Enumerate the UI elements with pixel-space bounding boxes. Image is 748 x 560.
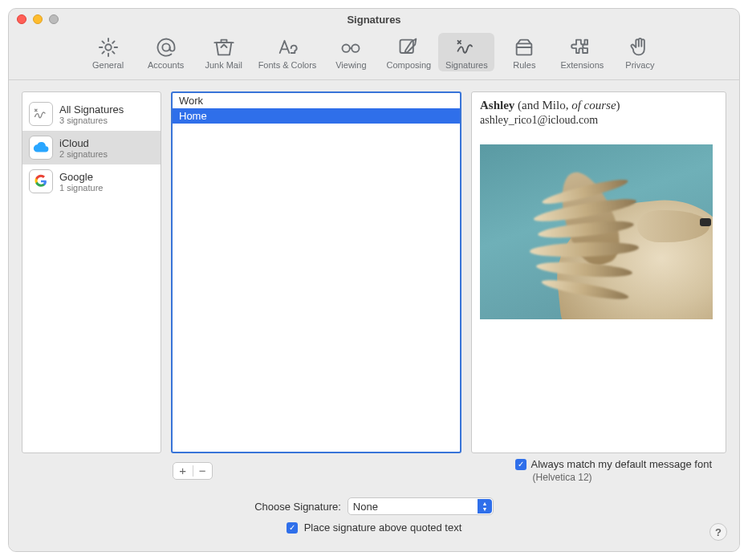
account-name: Google [59,171,103,183]
gear-icon [97,36,120,59]
titlebar: Signatures [9,9,739,30]
account-sub: 2 signatures [59,149,108,159]
toolbar-tab-label: Fonts & Colors [258,60,317,70]
account-item[interactable]: Google1 signature [22,164,161,198]
account-item[interactable]: All Signatures3 signatures [22,97,161,131]
signature-preview[interactable]: Ashley (and Milo, of course) ashley_rico… [471,91,726,453]
fonts-icon [276,36,299,59]
toolbar-tab-viewing[interactable]: Viewing [323,33,379,71]
hand-icon [628,36,651,59]
toolbar-tab-label: Extensions [560,60,604,70]
choose-signature-value: None [353,501,378,513]
signature-icon [455,36,478,59]
add-remove-control: + − [173,462,213,480]
toolbar-tab-general[interactable]: General [80,33,136,71]
signatures-list[interactable]: WorkHome [171,91,461,453]
toolbar-tab-label: Rules [513,60,535,70]
google-icon [29,169,53,193]
toolbar-tab-label: Privacy [625,60,654,70]
toolbar-tab-junk[interactable]: Junk Mail [196,33,252,71]
account-name: All Signatures [59,103,124,116]
svg-point-0 [105,44,111,50]
signature-icon [29,102,53,126]
preferences-window: Signatures GeneralAccountsJunk MailFonts… [8,8,740,552]
toolbar-tab-privacy[interactable]: Privacy [612,33,668,71]
account-name: iCloud [59,137,108,149]
account-sub: 1 signature [59,183,103,193]
account-item[interactable]: iCloud2 signatures [22,131,161,164]
toolbar-tab-label: Accounts [148,60,184,70]
puzzle-icon [571,36,593,59]
svg-point-3 [352,45,360,52]
match-font-group: ✓ Always match my default message font (… [515,458,712,483]
rules-icon [513,36,535,59]
choose-signature-select[interactable]: None ▲▼ [348,497,494,515]
content-area: All Signatures3 signaturesiCloud2 signat… [9,80,739,551]
toolbar-tab-signatures[interactable]: Signatures [438,33,494,71]
signature-list-item[interactable]: Home [173,108,460,124]
list-controls-row: + − ✓ Always match my default message fo… [173,458,726,483]
window-title: Signatures [9,14,739,26]
bin-icon [213,36,235,59]
glasses-icon [339,36,362,59]
accounts-list[interactable]: All Signatures3 signaturesiCloud2 signat… [22,91,161,453]
signature-image [480,144,713,319]
signature-name-bold: Ashley [480,99,514,112]
match-font-checkbox[interactable]: ✓ [515,459,526,470]
svg-point-2 [343,45,350,52]
toolbar-tab-label: Junk Mail [205,60,242,70]
select-arrows-icon: ▲▼ [478,499,492,513]
toolbar-tab-label: General [92,60,124,70]
font-note: (Helvetica 12) [533,472,712,483]
toolbar-tab-label: Signatures [445,60,488,70]
toolbar-tab-accounts[interactable]: Accounts [138,33,194,71]
preferences-toolbar: GeneralAccountsJunk MailFonts & ColorsVi… [9,30,739,80]
svg-point-1 [162,43,169,51]
toolbar-tab-rules[interactable]: Rules [496,33,552,71]
toolbar-tab-label: Viewing [335,60,366,70]
compose-icon [397,36,420,59]
bottom-controls: Choose Signature: None ▲▼ ✓ Place signat… [22,497,726,543]
choose-signature-label: Choose Signature: [254,501,341,513]
help-button[interactable]: ? [709,523,727,541]
at-icon [155,36,177,59]
toolbar-tab-extensions[interactable]: Extensions [554,33,610,71]
signature-name-line: Ashley (and Milo, of course) [480,99,718,112]
panes: All Signatures3 signaturesiCloud2 signat… [22,91,726,453]
toolbar-tab-composing[interactable]: Composing [380,33,437,71]
remove-signature-button[interactable]: − [193,464,213,477]
signature-list-item[interactable]: Work [173,93,460,108]
add-signature-button[interactable]: + [173,464,193,477]
cloud-icon [29,136,53,160]
svg-rect-5 [517,43,532,55]
toolbar-tab-label: Composing [387,60,432,70]
match-font-label: Always match my default message font [531,458,712,470]
signature-email: ashley_rico1@icloud.com [480,114,718,127]
account-sub: 3 signatures [59,116,124,125]
toolbar-tab-fonts[interactable]: Fonts & Colors [254,33,322,71]
above-quoted-checkbox[interactable]: ✓ [287,522,298,534]
above-quoted-label: Place signature above quoted text [304,521,462,534]
